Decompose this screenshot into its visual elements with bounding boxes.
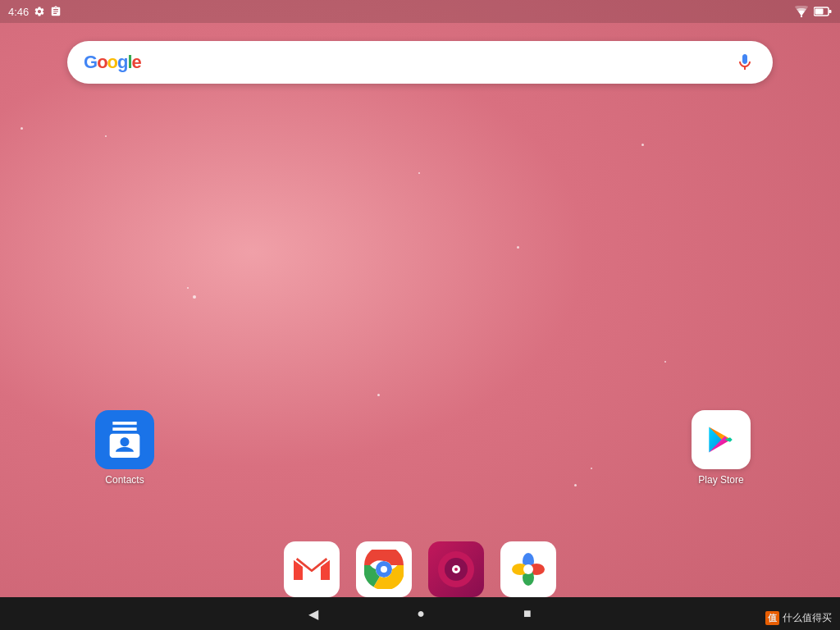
music-dock-icon[interactable] — [428, 541, 484, 597]
playstore-icon-bg — [692, 410, 751, 469]
svg-rect-2 — [815, 9, 824, 15]
battery-icon — [814, 7, 832, 16]
photos-dock-icon[interactable] — [500, 541, 556, 597]
gmail-dock-icon[interactable] — [284, 541, 340, 597]
settings-status-icon — [34, 6, 45, 17]
search-bar-container: Google — [67, 41, 773, 84]
home-button[interactable]: ● — [417, 606, 425, 621]
svg-point-0 — [801, 16, 802, 17]
wifi-icon — [794, 6, 809, 17]
svg-point-17 — [523, 564, 533, 574]
status-right — [794, 6, 832, 17]
contacts-icon-bg — [95, 410, 154, 469]
clipboard-status-icon — [50, 6, 62, 17]
playstore-label: Play Store — [698, 474, 743, 486]
contacts-app-icon[interactable]: Contacts — [95, 410, 154, 486]
svg-rect-3 — [829, 10, 832, 13]
watermark-text: 什么值得买 — [783, 611, 832, 625]
back-button[interactable]: ◀ — [308, 606, 318, 622]
bottom-dock — [284, 541, 556, 597]
google-logo: Google — [84, 52, 141, 73]
contacts-label: Contacts — [105, 474, 144, 486]
search-bar[interactable]: Google — [67, 41, 773, 84]
mic-icon[interactable] — [730, 48, 760, 77]
watermark: 值 什么值得买 — [765, 611, 832, 625]
watermark-logo: 值 — [765, 611, 779, 625]
svg-point-11 — [454, 568, 458, 571]
wallpaper — [0, 0, 840, 630]
chrome-dock-icon[interactable] — [356, 541, 412, 597]
nav-bar: ◀ ● ■ — [0, 597, 840, 630]
recent-button[interactable]: ■ — [523, 606, 532, 621]
status-left: 4:46 — [8, 6, 62, 18]
playstore-app-icon[interactable]: Play Store — [692, 410, 751, 486]
status-time: 4:46 — [8, 6, 29, 18]
status-bar: 4:46 — [0, 0, 840, 23]
svg-point-7 — [381, 566, 387, 573]
